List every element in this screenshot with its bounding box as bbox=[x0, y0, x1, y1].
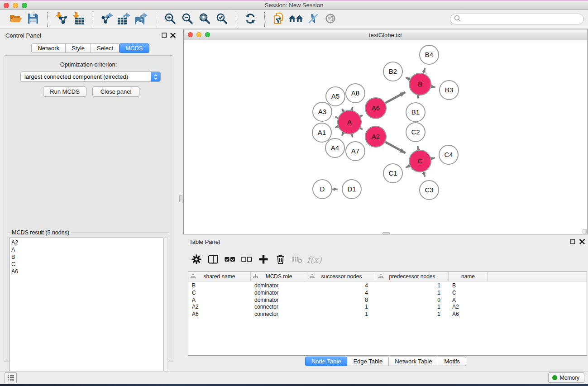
graph-edge-B-B3[interactable] bbox=[431, 86, 435, 87]
refresh-button[interactable] bbox=[242, 11, 259, 28]
graph-node-D[interactable]: D bbox=[313, 180, 332, 199]
tab-motifs[interactable]: Motifs bbox=[438, 357, 466, 366]
graph-edge-C-C1[interactable] bbox=[406, 166, 410, 167]
graph-node-A8[interactable]: A8 bbox=[346, 84, 365, 103]
graph-edge-A-A7[interactable] bbox=[352, 134, 352, 138]
table-row[interactable]: Adominator80A bbox=[188, 297, 587, 304]
column-header-mcds-role[interactable]: MCDS role bbox=[251, 272, 307, 281]
graph-edge-A-A5[interactable] bbox=[342, 109, 344, 111]
tab-style[interactable]: Style bbox=[65, 43, 91, 53]
tab-edge-table[interactable]: Edge Table bbox=[347, 357, 389, 366]
zoom-selected-button[interactable] bbox=[213, 11, 230, 28]
mcds-result-item[interactable]: B bbox=[10, 253, 163, 261]
task-history-button[interactable] bbox=[5, 372, 17, 383]
table-cell[interactable]: 1 bbox=[307, 311, 376, 318]
tab-network-table[interactable]: Network Table bbox=[388, 357, 438, 366]
table-cell[interactable]: A2 bbox=[188, 304, 251, 311]
table-cell[interactable]: A bbox=[449, 297, 488, 304]
table-row[interactable]: Cdominator41C bbox=[188, 290, 587, 297]
tab-mcds[interactable]: MCDS bbox=[119, 43, 149, 53]
graph-node-A3[interactable]: A3 bbox=[313, 102, 332, 121]
table-cell[interactable]: dominator bbox=[251, 282, 307, 290]
graph-node-A[interactable]: A bbox=[338, 110, 361, 134]
delete-table-button[interactable] bbox=[290, 253, 304, 267]
table-cell[interactable]: 4 bbox=[307, 282, 376, 290]
graph-edge-B-B4[interactable] bbox=[423, 68, 425, 74]
import-network-button[interactable] bbox=[53, 11, 70, 28]
graph-node-A5[interactable]: A5 bbox=[326, 87, 345, 106]
table-cell[interactable]: 1 bbox=[376, 311, 449, 318]
search-field[interactable] bbox=[450, 14, 584, 24]
table-cell[interactable]: 4 bbox=[307, 290, 376, 297]
graph-node-B[interactable]: B bbox=[409, 73, 431, 95]
graph-edge-A-A3[interactable] bbox=[335, 117, 338, 118]
run-mcds-button[interactable]: Run MCDS bbox=[43, 86, 86, 97]
table-row[interactable]: Bdominator41B bbox=[188, 282, 587, 290]
table-cell[interactable]: A6 bbox=[449, 311, 488, 318]
export-table-button[interactable] bbox=[116, 11, 133, 28]
graph-node-C[interactable]: C bbox=[409, 150, 431, 172]
split-panel-button[interactable] bbox=[206, 253, 220, 267]
table-cell[interactable]: 1 bbox=[376, 304, 449, 311]
vertical-splitter-grip[interactable] bbox=[179, 195, 182, 202]
zoom-fit-button[interactable] bbox=[196, 11, 213, 28]
mcds-result-scrollbar[interactable] bbox=[163, 238, 168, 386]
table-row[interactable]: A6connector11A6 bbox=[188, 311, 587, 318]
hide-details-button[interactable] bbox=[305, 11, 322, 28]
table-cell[interactable]: 1 bbox=[307, 304, 376, 311]
table-row[interactable]: A2connector11A2 bbox=[188, 304, 587, 311]
zoom-in-button[interactable] bbox=[162, 11, 179, 28]
graph-edge-A-A4[interactable] bbox=[342, 133, 344, 136]
table-cell[interactable]: B bbox=[449, 282, 488, 290]
graph-edge-A-A2[interactable] bbox=[360, 128, 363, 129]
graph-node-B2[interactable]: B2 bbox=[383, 62, 402, 81]
table-cell[interactable]: 8 bbox=[307, 297, 376, 304]
column-header-name[interactable]: name bbox=[449, 272, 488, 281]
table-cell[interactable]: dominator bbox=[251, 290, 307, 297]
graph-node-B1[interactable]: B1 bbox=[406, 103, 425, 122]
add-column-button[interactable] bbox=[257, 253, 270, 267]
table-cell[interactable]: C bbox=[188, 290, 251, 297]
export-network-button[interactable] bbox=[99, 11, 116, 28]
search-input[interactable] bbox=[461, 15, 583, 23]
graph-edge-A-A6[interactable] bbox=[360, 115, 363, 117]
table-cell[interactable]: connector bbox=[251, 304, 307, 311]
close-table-panel-icon[interactable] bbox=[579, 239, 585, 245]
table-cell[interactable]: C bbox=[449, 290, 488, 297]
graph-node-A1[interactable]: A1 bbox=[312, 123, 331, 142]
network-window-titlebar[interactable]: testGlobe.txt bbox=[184, 29, 587, 40]
graph-edge-C-C3[interactable] bbox=[424, 172, 425, 177]
graph-edge-C-C2[interactable] bbox=[418, 146, 418, 150]
graph-edge-A6-B[interactable] bbox=[385, 92, 405, 103]
table-settings-button[interactable] bbox=[190, 253, 203, 267]
graph-edge-C-C4[interactable] bbox=[431, 158, 435, 159]
close-panel-icon[interactable] bbox=[170, 33, 176, 38]
table-cell[interactable]: 1 bbox=[376, 282, 449, 290]
table-cell[interactable]: connector bbox=[251, 311, 307, 318]
table-cell[interactable]: 0 bbox=[376, 297, 449, 304]
graph-node-A4[interactable]: A4 bbox=[325, 138, 344, 157]
first-neighbors-button[interactable] bbox=[287, 11, 305, 28]
window-titlebar[interactable]: Session: New Session bbox=[0, 0, 588, 10]
column-header-shared-name[interactable]: shared name bbox=[188, 272, 251, 281]
graph-node-C3[interactable]: C3 bbox=[420, 181, 439, 200]
graph-node-C2[interactable]: C2 bbox=[406, 123, 425, 142]
table-cell[interactable]: B bbox=[188, 282, 251, 290]
deselect-all-button[interactable] bbox=[240, 253, 253, 267]
graph-node-A6[interactable]: A6 bbox=[365, 98, 386, 119]
save-session-button[interactable] bbox=[24, 11, 42, 28]
graph-edge-B-B2[interactable] bbox=[406, 77, 410, 79]
graph-node-D1[interactable]: D1 bbox=[342, 180, 361, 199]
tab-network[interactable]: Network bbox=[31, 43, 66, 53]
delete-column-button[interactable] bbox=[273, 253, 287, 267]
float-table-panel-icon[interactable] bbox=[569, 239, 575, 245]
graph-edge-B-B1[interactable] bbox=[418, 95, 418, 99]
mcds-result-item[interactable]: A6 bbox=[10, 268, 163, 275]
tab-select[interactable]: Select bbox=[91, 43, 120, 53]
table-cell[interactable]: A6 bbox=[188, 311, 251, 318]
optimization-criterion-dropdown[interactable]: largest connected component (directed) bbox=[20, 71, 161, 82]
export-image-button[interactable] bbox=[133, 11, 150, 28]
horizontal-splitter-grip[interactable] bbox=[382, 232, 390, 235]
select-all-button[interactable] bbox=[223, 253, 237, 267]
graph-node-A7[interactable]: A7 bbox=[346, 142, 365, 161]
